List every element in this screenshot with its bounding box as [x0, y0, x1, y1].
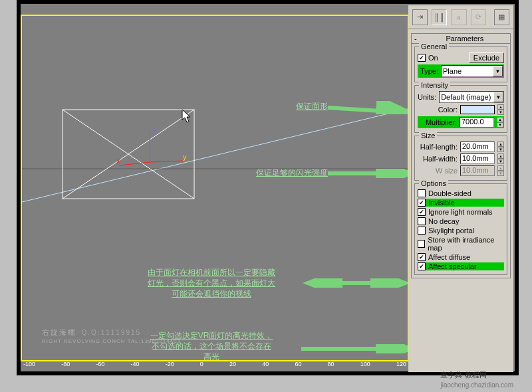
- chevron-down-icon: ▼: [493, 66, 503, 76]
- group-general-legend: General: [419, 43, 449, 50]
- no-decay-label: No decay: [428, 217, 459, 225]
- no-decay-checkbox[interactable]: [418, 217, 426, 225]
- axis-gizmo[interactable]: z x y: [116, 129, 196, 197]
- multiplier-input[interactable]: 7000.0: [460, 117, 494, 128]
- affect-diffuse-checkbox[interactable]: ✔: [418, 253, 426, 261]
- half-width-label: Half-width:: [423, 155, 458, 163]
- arrow-to-specular: [301, 344, 408, 353]
- group-options-legend: Options: [419, 179, 448, 187]
- svg-line-11: [328, 108, 408, 113]
- watermark-title: 右旋海螺: [42, 328, 76, 336]
- annotation-multiplier: 保证足够的闪光强度: [208, 167, 328, 178]
- group-options: Options Double-sided ✔Invisible ✔Ignore …: [414, 183, 507, 275]
- chevron-down-icon: ▼: [493, 92, 503, 102]
- annotation-plane: 保证面形: [275, 101, 328, 112]
- skylight-portal-label: Skylight portal: [428, 227, 474, 235]
- watermark-sub: RIGHT REVOLVING CONCH TAL:13980214403: [42, 338, 181, 344]
- multiplier-spinner[interactable]: ▲▼: [497, 117, 503, 128]
- type-dropdown[interactable]: Plane ▼: [441, 65, 503, 77]
- svg-text:z: z: [152, 129, 156, 136]
- half-width-spinner[interactable]: ▲▼: [497, 153, 504, 164]
- mouse-cursor: [182, 109, 192, 124]
- color-swatch[interactable]: [460, 105, 495, 114]
- modify-tab-icon[interactable]: ║║: [432, 9, 447, 25]
- annotation-invisible: 由于面灯在相机前面所以一定要隐藏 灯光，否则会有个黑点，如果面灯大 可能还会遮挡…: [125, 267, 298, 299]
- svg-line-9: [150, 161, 183, 162]
- svg-text:y: y: [183, 153, 187, 161]
- store-irradiance-checkbox[interactable]: [418, 240, 425, 248]
- ruler: -100-80-60 -40-200 204060 80100120: [23, 361, 406, 367]
- arrow-to-invisible: [301, 278, 408, 288]
- exclude-button[interactable]: Exclude: [469, 52, 504, 63]
- ignore-normals-checkbox[interactable]: ✔: [418, 208, 426, 216]
- double-sided-label: Double-sided: [428, 189, 471, 197]
- type-label: Type:: [418, 67, 438, 75]
- invisible-checkbox[interactable]: ✔: [418, 199, 426, 207]
- w-size-spinner: ▲▼: [497, 165, 504, 176]
- rollup-title: Parameters: [446, 35, 483, 43]
- group-size: Size Half-length: 20.0mm ▲▼ Half-width: …: [414, 136, 507, 181]
- group-general: General ✔ On Exclude Type: Plane ▼: [414, 47, 507, 82]
- invisible-label: Invisible: [428, 199, 455, 207]
- on-label: On: [428, 54, 438, 62]
- arrow-to-multiplier: [328, 169, 408, 178]
- watermark-qq: Q.Q:11119915: [82, 329, 142, 336]
- affect-diffuse-label: Affect diffuse: [428, 253, 470, 261]
- half-length-spinner[interactable]: ▲▼: [497, 142, 504, 152]
- command-panel: ⇥ ║║ ⩀ ⟳ ▦ - Parameters General ✔ On Exc…: [408, 5, 513, 372]
- color-label: Color:: [438, 106, 458, 114]
- motion-icon[interactable]: ⟳: [471, 9, 486, 25]
- affect-specular-checkbox[interactable]: ✔: [418, 262, 426, 270]
- group-size-legend: Size: [419, 132, 437, 140]
- watermark: 右旋海螺 Q.Q:11119915 RIGHT REVOLVING CONCH …: [42, 323, 181, 344]
- on-checkbox[interactable]: ✔: [418, 54, 426, 62]
- skylight-portal-checkbox[interactable]: [418, 227, 426, 235]
- viewport[interactable]: z x y 保证面形 保证足够的闪光强度 由于面灯在相机前面所以一定要隐藏 灯光…: [22, 16, 408, 360]
- store-irradiance-label: Store with irradiance map: [428, 236, 504, 252]
- footer-url: jiaocheng.chazidian.com: [440, 381, 513, 389]
- group-intensity: Intensity Units: Default (image) ▼ Color…: [414, 85, 507, 133]
- footer-title: 查字典 教程网: [440, 371, 486, 379]
- affect-specular-label: Affect specular: [428, 262, 477, 270]
- panel-toolbar: ⇥ ║║ ⩀ ⟳ ▦: [408, 5, 513, 29]
- parameters-rollup: - Parameters General ✔ On Exclude Type: …: [411, 33, 511, 278]
- footer: 查字典 教程网 jiaocheng.chazidian.com: [440, 370, 513, 389]
- w-size-label: W size: [436, 167, 458, 175]
- units-dropdown[interactable]: Default (image) ▼: [439, 91, 504, 103]
- group-intensity-legend: Intensity: [419, 81, 450, 89]
- hierarchy-icon[interactable]: ⩀: [451, 9, 466, 25]
- half-length-input[interactable]: 20.0mm: [460, 142, 495, 152]
- color-spinner[interactable]: ▲▼: [497, 104, 504, 115]
- double-sided-checkbox[interactable]: [418, 189, 426, 197]
- svg-text:x: x: [116, 157, 120, 165]
- svg-line-7: [120, 162, 150, 165]
- arrow-to-type: [328, 101, 408, 114]
- multiplier-label: Multiplier:: [426, 118, 457, 126]
- half-length-label: Half-length:: [420, 143, 458, 151]
- ignore-normals-label: Ignore light normals: [428, 208, 493, 216]
- units-label: Units:: [418, 93, 436, 101]
- units-value: Default (image): [441, 93, 491, 101]
- util-icon[interactable]: ▦: [494, 9, 509, 25]
- w-size-input: 10.0mm: [460, 165, 495, 176]
- half-width-input[interactable]: 10.0mm: [460, 153, 495, 164]
- pin-icon[interactable]: ⇥: [412, 9, 428, 25]
- type-value: Plane: [443, 67, 462, 75]
